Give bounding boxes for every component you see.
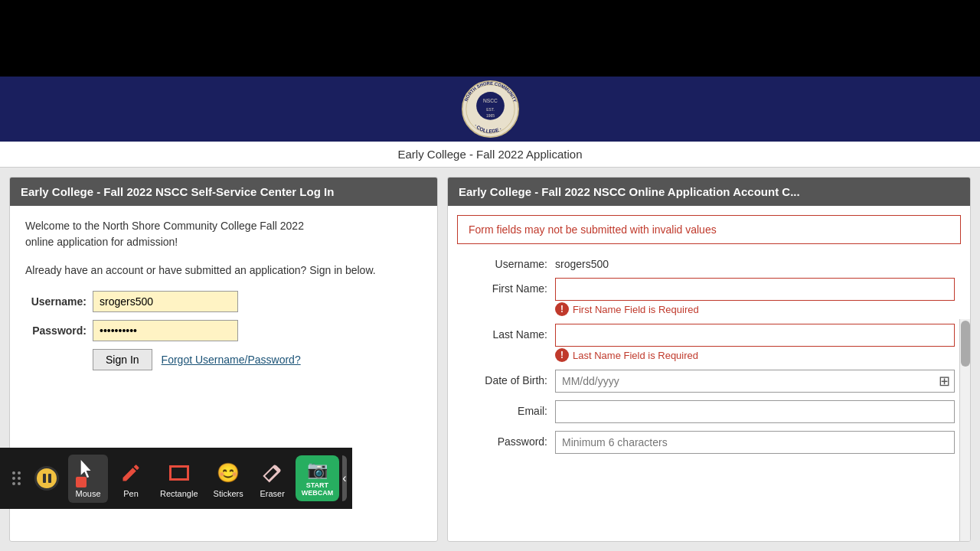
calendar-icon[interactable]: ⊞ [939,373,950,390]
pen-tool-button[interactable]: Pen [111,455,151,503]
pen-label: Pen [123,489,139,498]
right-password-input[interactable] [555,431,955,454]
right-lastname-label: Last Name: [463,324,547,341]
eraser-icon [259,459,286,487]
collapse-icon: ‹ [342,471,346,485]
right-firstname-label: First Name: [463,278,547,295]
last-name-error-icon: ! [555,348,569,362]
stickers-tool-button[interactable]: 😊 Stickers [207,455,250,503]
right-password-label: Password: [463,431,547,448]
mouse-tool-button[interactable]: Mouse [68,455,108,503]
email-input[interactable] [555,400,955,423]
scrollbar[interactable] [959,319,970,542]
eraser-label: Eraser [260,489,284,498]
first-name-error: ! First Name Field is Required [555,302,955,316]
eraser-tool-button[interactable]: Eraser [253,455,292,503]
pen-icon [117,459,145,487]
welcome-text: Welcome to the North Shore Community Col… [25,218,422,250]
toolbar-collapse-button[interactable]: ‹ [342,455,346,501]
webcam-button[interactable]: 📷 START WEBCAM [296,455,340,501]
left-panel-header: Early College - Fall 2022 NSCC Self-Serv… [10,178,437,206]
forgot-password-link[interactable]: Forgot Username/Password? [162,354,301,366]
page-title: Early College - Fall 2022 Application [0,142,980,168]
right-username-value: srogers500 [555,253,955,270]
stickers-label: Stickers [214,489,243,498]
mouse-icon [74,459,102,487]
webcam-icon: 📷 [307,460,328,480]
svg-text:1965: 1965 [485,113,494,118]
svg-text:NSCC: NSCC [483,98,498,103]
webcam-label: START WEBCAM [302,481,334,497]
first-name-input[interactable] [555,278,955,301]
last-name-input[interactable] [555,324,955,347]
last-name-error: ! Last Name Field is Required [555,348,955,362]
username-input[interactable] [93,291,238,312]
first-name-error-icon: ! [555,302,569,316]
college-seal-logo: NORTH SHORE COMMUNITY · COLLEGE · NSCC E… [458,80,523,138]
rectangle-label: Rectangle [160,489,198,498]
svg-text:EST.: EST. [486,107,495,112]
pause-button[interactable] [28,461,65,495]
account-prompt: Already have an account or have submitte… [25,262,422,279]
right-panel-header: Early College - Fall 2022 NSCC Online Ap… [448,178,970,206]
mouse-label: Mouse [75,489,100,498]
rectangle-tool-button[interactable]: Rectangle [154,455,204,503]
username-label: Username: [25,295,87,308]
password-input[interactable] [93,320,238,341]
toolbar: Mouse Pen Rectangle 😊 Stickers [0,448,352,509]
right-email-label: Email: [463,400,547,417]
stickers-icon: 😊 [214,459,242,487]
toolbar-handle[interactable] [8,471,25,485]
right-username-label: Username: [463,253,547,270]
dob-input[interactable] [555,370,955,393]
signin-button[interactable]: Sign In [93,349,152,370]
scrollbar-thumb[interactable] [961,321,970,367]
right-dob-label: Date of Birth: [463,370,547,386]
error-banner: Form fields may not be submitted with in… [457,215,961,244]
login-form: Username: Password: Sign In Forgot Usern… [25,291,422,370]
password-label: Password: [25,324,87,337]
rectangle-icon [165,459,193,487]
